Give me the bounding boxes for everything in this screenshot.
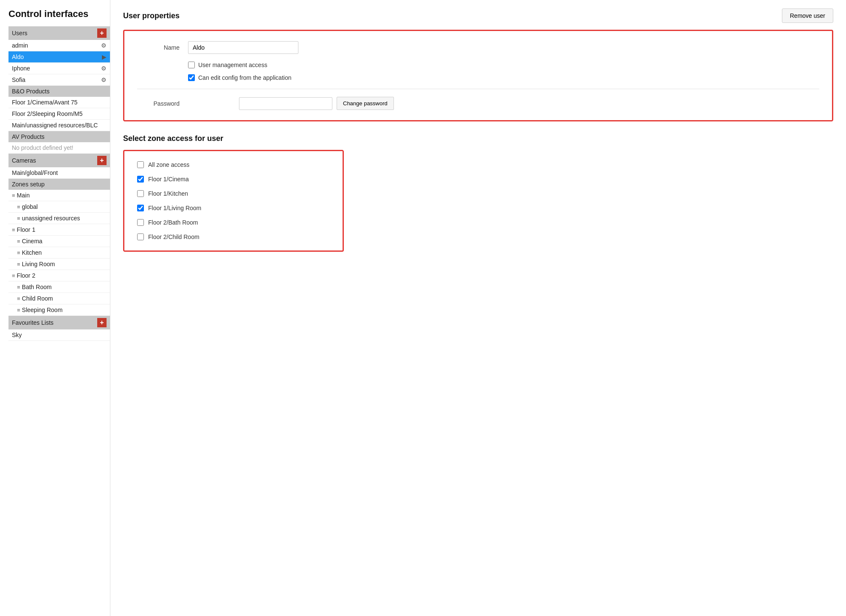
name-row: Name [137,41,819,54]
zone-floor2-child-checkbox[interactable] [137,233,144,240]
bo-products-section: B&O Products [8,86,110,97]
zone-floor1-living-row: Floor 1/Living Room [137,205,330,211]
can-edit-label: Can edit config from the application [198,74,291,81]
cameras-section-add-button[interactable]: + [97,156,107,165]
sidebar: Control interfaces Users+admin⚙Aldo▶Ipho… [0,0,110,616]
sidebar-item-main-unassigned[interactable]: Main/unassigned resources/BLC [8,120,110,131]
favourites-section-add-button[interactable]: + [97,318,107,327]
zones-section: Zones setup [8,179,110,190]
sidebar-item-admin-gear-icon: ⚙ [101,42,107,49]
zone-floor2-bath-row: Floor 2/Bath Room [137,219,330,226]
user-management-checkbox[interactable] [188,62,195,68]
sidebar-item-floor2[interactable]: ≡ Floor 2 [8,270,110,281]
sidebar-item-iphone-gear-icon: ⚙ [101,65,107,72]
sidebar-item-admin[interactable]: admin⚙ [8,40,110,51]
zone-access-card: All zone accessFloor 1/CinemaFloor 1/Kit… [123,150,344,252]
sidebar-item-sleeping-room[interactable]: ≡ Sleeping Room [8,304,110,316]
sidebar-item-sofia[interactable]: Sofia⚙ [8,74,110,86]
sidebar-item-floor2-sleeping[interactable]: Floor 2/Sleeping Room/M5 [8,108,110,120]
zone-floor1-living-checkbox[interactable] [137,205,144,211]
sidebar-item-cameras-front[interactable]: Main/global/Front [8,167,110,179]
zone-floor2-bath-label: Floor 2/Bath Room [148,219,198,226]
change-password-button[interactable]: Change password [337,97,394,110]
form-divider [137,89,819,89]
zone-floor1-kitchen-label: Floor 1/Kitchen [148,190,188,197]
zone-floor2-child-label: Floor 2/Child Room [148,233,200,240]
name-label: Name [137,44,180,51]
sidebar-item-sofia-gear-icon: ⚙ [101,76,107,83]
zone-floor1-kitchen-row: Floor 1/Kitchen [137,190,330,197]
user-properties-card: Name User management access Can edit con… [123,30,833,121]
app-title: Control interfaces [8,8,110,20]
zone-floor1-living-label: Floor 1/Living Room [148,205,201,211]
sidebar-item-aldo-arrow-icon: ▶ [102,53,107,60]
password-row: Password Change password [137,97,819,110]
sidebar-item-bath-room[interactable]: ≡ Bath Room [8,281,110,293]
sidebar-item-main[interactable]: ≡ Main [8,190,110,201]
password-input-group: Change password [239,97,394,110]
name-input[interactable] [188,41,298,54]
sidebar-item-global[interactable]: ≡ global [8,201,110,213]
main-content: User properties Remove user Name User ma… [110,0,846,616]
zone-floor1-kitchen-checkbox[interactable] [137,190,144,197]
user-properties-title: User properties [123,11,180,20]
sidebar-item-sky[interactable]: Sky [8,329,110,341]
user-management-row: User management access [188,62,819,68]
sidebar-list: Users+admin⚙Aldo▶Iphone⚙Sofia⚙B&O Produc… [8,26,110,341]
user-properties-header: User properties Remove user [123,8,833,23]
sidebar-item-iphone[interactable]: Iphone⚙ [8,63,110,74]
password-label: Password [137,100,180,107]
sidebar-item-living-room[interactable]: ≡ Living Room [8,259,110,270]
sidebar-item-floor1[interactable]: ≡ Floor 1 [8,224,110,236]
user-management-label: User management access [198,62,267,68]
sidebar-item-child-room[interactable]: ≡ Child Room [8,293,110,304]
sidebar-item-aldo[interactable]: Aldo▶ [8,51,110,63]
zone-all-checkbox[interactable] [137,161,144,168]
zone-floor1-cinema-checkbox[interactable] [137,176,144,183]
sidebar-item-kitchen[interactable]: ≡ Kitchen [8,247,110,259]
favourites-section: Favourites Lists+ [8,316,110,329]
av-products-section: AV Products [8,131,110,142]
zone-floor2-child-row: Floor 2/Child Room [137,233,330,240]
can-edit-row: Can edit config from the application [188,74,819,81]
remove-user-button[interactable]: Remove user [782,8,833,23]
zone-access-title: Select zone access for user [123,134,223,143]
zone-floor1-cinema-row: Floor 1/Cinema [137,176,330,183]
sidebar-item-floor1-cinema[interactable]: Floor 1/Cinema/Avant 75 [8,97,110,108]
zone-all-row: All zone access [137,161,330,168]
zone-all-label: All zone access [148,161,189,168]
zone-floor1-cinema-label: Floor 1/Cinema [148,176,189,183]
password-input[interactable] [239,97,332,110]
sidebar-item-cinema[interactable]: ≡ Cinema [8,236,110,247]
zone-access-header: Select zone access for user [123,134,833,143]
users-section-add-button[interactable]: + [97,28,107,38]
sidebar-item-no-product[interactable]: No product defined yet! [8,142,110,154]
zone-floor2-bath-checkbox[interactable] [137,219,144,226]
cameras-section: Cameras+ [8,154,110,167]
users-section: Users+ [8,26,110,40]
sidebar-item-unassigned[interactable]: ≡ unassigned resources [8,213,110,224]
can-edit-checkbox[interactable] [188,74,195,81]
